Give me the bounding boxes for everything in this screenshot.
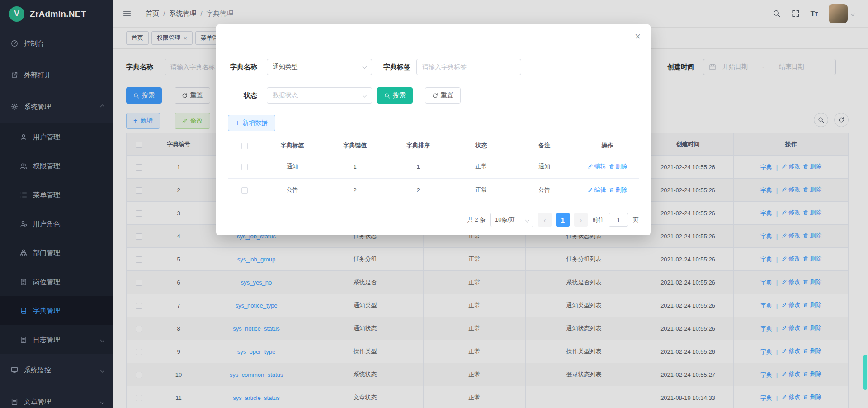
dict-name-select[interactable]: 通知类型 xyxy=(267,59,372,75)
pagination-total: 共 2 条 xyxy=(467,216,486,224)
dialog-status-label: 状态 xyxy=(216,87,257,104)
column-header: 状态 xyxy=(450,137,513,155)
chevron-down-icon xyxy=(363,93,367,98)
dialog-dict-name-label: 字典名称 xyxy=(216,59,257,75)
chevron-down-icon xyxy=(525,218,530,223)
cell-actions: 编辑删除 xyxy=(576,178,639,202)
cell-sort: 2 xyxy=(387,178,450,202)
row-checkbox[interactable] xyxy=(241,187,248,194)
pencil-icon xyxy=(588,164,593,169)
jump-page-input[interactable] xyxy=(609,213,628,227)
cell-sort: 1 xyxy=(387,155,450,178)
dict-data-dialog: × 字典名称 通知类型 字典标签 状态 数据状态 搜索 重置 + 新增数据 字典… xyxy=(216,24,651,235)
column-header: 字典键值 xyxy=(323,137,387,155)
cell-label: 公告 xyxy=(261,178,323,202)
page-size-select[interactable]: 10条/页 xyxy=(490,213,533,227)
dict-name-select-value: 通知类型 xyxy=(273,63,298,71)
next-page-button[interactable]: › xyxy=(574,213,588,227)
page-button-1[interactable]: 1 xyxy=(556,213,570,227)
table-header-row: 字典标签字典键值字典排序状态备注操作 xyxy=(228,137,639,155)
cell-remark: 通知 xyxy=(513,155,576,178)
column-header: 操作 xyxy=(576,137,639,155)
column-header: 字典排序 xyxy=(387,137,450,155)
cell-label: 通知 xyxy=(261,155,323,178)
jump-prefix: 前往 xyxy=(592,216,604,224)
chevron-down-icon xyxy=(363,65,367,69)
status-select[interactable]: 数据状态 xyxy=(267,87,372,104)
pencil-icon xyxy=(588,187,593,193)
delete-link[interactable]: 删除 xyxy=(609,162,627,171)
cell-value: 1 xyxy=(323,155,387,178)
refresh-icon xyxy=(432,93,438,99)
prev-page-button[interactable]: ‹ xyxy=(538,213,552,227)
cell-remark: 公告 xyxy=(513,178,576,202)
dialog-dict-label-label: 字典标签 xyxy=(370,59,410,75)
table-row: 公告22正常公告编辑删除 xyxy=(228,178,639,202)
dialog-reset-button[interactable]: 重置 xyxy=(425,87,461,104)
close-icon[interactable]: × xyxy=(635,32,641,42)
cell-status: 正常 xyxy=(450,155,513,178)
jump-suffix: 页 xyxy=(633,216,639,224)
trash-icon xyxy=(609,187,614,193)
select-all-checkbox[interactable] xyxy=(241,143,248,149)
dict-label-input[interactable] xyxy=(416,59,521,75)
add-data-button[interactable]: + 新增数据 xyxy=(228,115,275,131)
header-checkbox-cell xyxy=(228,137,261,155)
scrollbar-thumb[interactable] xyxy=(863,355,867,390)
edit-link[interactable]: 编辑 xyxy=(588,186,606,194)
page-size-value: 10条/页 xyxy=(495,216,515,224)
table-row: 通知11正常通知编辑删除 xyxy=(228,155,639,178)
cell-value: 2 xyxy=(323,178,387,202)
status-select-placeholder: 数据状态 xyxy=(273,91,298,100)
row-checkbox[interactable] xyxy=(241,164,248,170)
dialog-search-button[interactable]: 搜索 xyxy=(377,87,413,104)
cell-checkbox xyxy=(228,155,261,178)
pagination: 共 2 条 10条/页 ‹ 1 › 前往 页 xyxy=(228,213,639,227)
edit-link[interactable]: 编辑 xyxy=(588,162,606,171)
search-icon xyxy=(384,93,390,99)
delete-link[interactable]: 删除 xyxy=(609,186,627,194)
cell-checkbox xyxy=(228,178,261,202)
trash-icon xyxy=(609,164,614,169)
dict-data-table: 字典标签字典键值字典排序状态备注操作通知11正常通知编辑删除公告22正常公告编辑… xyxy=(228,137,639,202)
cell-actions: 编辑删除 xyxy=(576,155,639,178)
cell-status: 正常 xyxy=(450,178,513,202)
plus-icon: + xyxy=(236,119,240,127)
column-header: 字典标签 xyxy=(261,137,323,155)
column-header: 备注 xyxy=(513,137,576,155)
